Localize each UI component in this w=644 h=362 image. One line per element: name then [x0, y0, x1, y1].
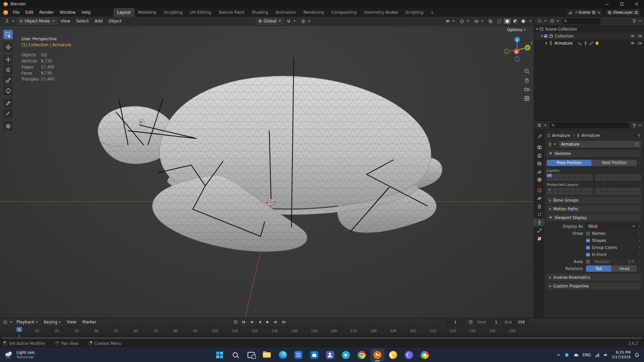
properties-tab-world[interactable] [534, 175, 544, 184]
expander-icon[interactable] [546, 42, 547, 45]
layer-cell[interactable] [547, 188, 552, 191]
layer-cell[interactable] [612, 192, 618, 195]
workspace-tab-layout[interactable]: Layout [113, 8, 135, 17]
layer-cell[interactable] [558, 188, 564, 191]
axes-position-slider[interactable]: Position 0.0 [592, 259, 637, 265]
layer-cell[interactable] [624, 177, 629, 181]
options-dropdown[interactable]: Options [507, 28, 526, 32]
minimize-button[interactable] [600, 0, 614, 8]
menu-playback[interactable]: Playback [14, 320, 41, 324]
layer-cell[interactable] [636, 192, 641, 195]
workspace-tab-texture-paint[interactable]: Texture Paint [215, 8, 248, 17]
layer-cell[interactable] [576, 174, 581, 177]
section-motion-paths[interactable]: Motion Paths [547, 205, 641, 212]
taskbar-photos-button[interactable] [417, 348, 432, 362]
xray-toggle[interactable] [486, 18, 495, 24]
taskbar-viber-button[interactable] [402, 348, 416, 362]
taskbar-weather-widget[interactable]: Light rain Tomorrow [0, 350, 75, 359]
layer-cell[interactable] [564, 177, 569, 181]
taskbar-edge-button[interactable] [276, 348, 290, 362]
layer-cell[interactable] [624, 192, 629, 195]
breadcrumb-data[interactable]: Armature [576, 133, 600, 138]
head-button[interactable]: Head [612, 265, 637, 272]
layer-cell[interactable] [624, 188, 629, 191]
layer-cell[interactable] [601, 188, 606, 191]
layer-cell[interactable] [607, 177, 612, 181]
snap-magnet-icon[interactable] [285, 18, 298, 24]
jump-to-start-button[interactable] [240, 319, 247, 325]
zoom-icon[interactable] [524, 68, 530, 74]
layer-cell[interactable] [595, 188, 600, 191]
properties-tab-object-data[interactable] [534, 218, 544, 226]
play-reverse-button[interactable] [256, 319, 263, 325]
current-frame-field[interactable]: 1 [446, 319, 465, 325]
workspace-tab-animation[interactable]: Animation [272, 8, 300, 17]
viewport-menu-select[interactable]: Select [73, 17, 92, 25]
expander-icon[interactable] [541, 35, 543, 37]
checkbox-names[interactable] [586, 231, 590, 236]
orientation-dropdown[interactable]: Global [256, 18, 283, 24]
layer-cell[interactable] [570, 192, 575, 195]
layer-cell[interactable] [547, 174, 552, 177]
move-tool[interactable] [3, 55, 13, 64]
close-button[interactable] [629, 0, 644, 8]
taskbar-blender-button[interactable] [370, 348, 384, 362]
frame-start-field[interactable]: Start1 [475, 319, 500, 325]
eye-icon[interactable] [630, 34, 635, 38]
properties-tab-particles[interactable] [534, 210, 544, 218]
layer-cell[interactable] [587, 174, 593, 177]
outliner-filter-button[interactable] [631, 18, 642, 24]
layer-cell[interactable] [607, 188, 612, 191]
layer-cell[interactable] [618, 188, 624, 191]
jump-to-end-button[interactable] [281, 319, 287, 325]
layer-cell[interactable] [618, 174, 624, 177]
layer-cell[interactable] [601, 174, 606, 177]
layer-cell[interactable] [570, 177, 575, 181]
fake-user-shield-icon[interactable] [635, 142, 639, 146]
taskbar-store-button[interactable] [307, 348, 321, 362]
layer-cell[interactable] [612, 188, 618, 191]
viewport-menu-view[interactable]: View [58, 17, 73, 25]
layer-cell[interactable] [547, 177, 552, 181]
workspace-tab-uv-editing[interactable]: UV Editing [186, 8, 215, 17]
menu-view[interactable]: View [64, 320, 79, 324]
layer-cell[interactable] [612, 177, 618, 181]
menu-window[interactable]: Window [57, 8, 79, 17]
maximize-button[interactable] [614, 0, 629, 8]
viewlayer-selector[interactable]: ViewLayer [605, 9, 641, 16]
properties-tab-view-layer[interactable] [534, 159, 544, 167]
use-preview-range-icon[interactable] [468, 320, 473, 324]
new-scene-icon[interactable] [592, 10, 596, 14]
taskbar-chrome-button[interactable] [354, 348, 368, 362]
pin-icon[interactable] [637, 134, 641, 138]
layer-cell[interactable] [558, 192, 564, 195]
3d-viewport[interactable]: User Perspective (1) Collection | Armatu… [0, 26, 534, 318]
workspace-tab-sculpting[interactable]: Sculpting [160, 8, 186, 17]
expander-icon[interactable] [536, 28, 539, 30]
checkbox-in-front[interactable] [586, 253, 590, 257]
unlink-scene-icon[interactable] [597, 11, 601, 14]
transform-tool[interactable] [3, 86, 13, 95]
clock-widget[interactable]: 8:25 PM 3/17/2024 [612, 350, 631, 360]
layer-cell[interactable] [587, 177, 593, 181]
notification-bell-icon[interactable] [635, 353, 639, 357]
shading-solid-button[interactable] [504, 18, 511, 24]
layer-cell[interactable] [595, 177, 600, 181]
taskbar-chrome-canary-button[interactable] [386, 348, 400, 362]
hand-icon[interactable] [524, 77, 530, 83]
gizmos-dropdown[interactable] [458, 18, 471, 24]
sidebar-toggle-arrow[interactable] [530, 41, 533, 45]
gizmo-neg-y-ball[interactable] [504, 49, 509, 54]
select-box-tool[interactable] [3, 30, 13, 39]
layer-cell[interactable] [552, 174, 558, 177]
eye-icon[interactable] [630, 41, 635, 45]
rotate-tool[interactable] [3, 65, 13, 74]
shading-wireframe-button[interactable] [496, 18, 503, 24]
timeline-ruler[interactable]: 1 10203040506070809010011012013014015016… [0, 326, 644, 334]
workspace-tab-scripting[interactable]: Scripting [402, 8, 427, 17]
properties-tab-output[interactable] [534, 151, 544, 159]
camera-icon[interactable] [638, 34, 642, 38]
properties-tab-object[interactable] [534, 186, 544, 194]
layer-cell[interactable] [564, 192, 569, 195]
new-viewlayer-icon[interactable] [634, 10, 638, 14]
